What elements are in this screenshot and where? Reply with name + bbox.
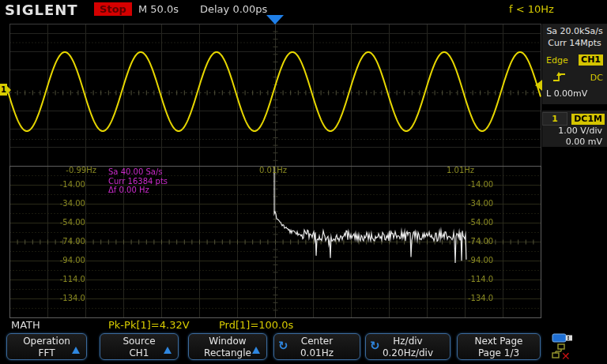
svg-text:✕: ✕: [561, 350, 571, 362]
up-arrow-icon: [164, 347, 172, 354]
knob-icon: ↻: [278, 340, 288, 352]
fft-freq-label-left: -0.99Hz: [49, 166, 96, 174]
menu-button-window[interactable]: Window Rectangle: [188, 333, 267, 360]
brand-logo: SIGLENT: [5, 2, 78, 18]
up-arrow-icon: [72, 347, 80, 354]
fft-db-label: -34.00: [468, 199, 511, 208]
menu-button-title: Source: [100, 336, 178, 347]
delay-readout[interactable]: Delay 0.00ps: [200, 3, 267, 15]
trigger-info-box[interactable]: Edge CH1 DC L 0.00mV: [542, 51, 607, 104]
fft-freq-label-center: 0.01Hz: [259, 166, 287, 174]
fft-sample-rate: Sa 40.00 Sa/s: [108, 167, 168, 177]
fft-db-label: -74.00: [468, 237, 511, 246]
oscilloscope-screen: SIGLENT Stop M 50.0s Delay 0.00ps f < 10…: [0, 0, 607, 364]
menu-button-title: Operation: [7, 336, 86, 347]
lan-disconnected-icon: ✕: [552, 343, 574, 364]
knob-icon: ↻: [370, 340, 380, 352]
menu-button-operation[interactable]: Operation FFT: [6, 333, 87, 360]
sample-rate-readout: Sa 20.0kSa/s: [542, 25, 607, 37]
rising-edge-icon: [552, 70, 567, 84]
fft-db-label: -94.00: [46, 256, 85, 265]
channel1-level-marker[interactable]: 1: [0, 84, 7, 96]
fft-db-label: -114.0: [468, 275, 511, 283]
fft-db-label: -14.00: [46, 180, 85, 189]
menu-button-value: Page 1/3: [458, 347, 540, 359]
measurement-period: Prd[1]=100.0s: [219, 319, 293, 331]
trigger-level-readout: L 0.00mV: [542, 85, 607, 99]
trigger-coupling-label: DC: [590, 73, 603, 83]
fft-db-label: -54.00: [468, 218, 511, 227]
menu-button-source[interactable]: Source CH1: [100, 333, 179, 360]
fft-info-block: Sa 40.00 Sa/s Curr 16384 pts Δf 0.00 Hz: [108, 167, 168, 195]
menu-button-center[interactable]: ↻ Center 0.01Hz: [273, 333, 360, 360]
fft-db-label: -94.00: [468, 256, 511, 265]
menu-button-next-page[interactable]: Next Page Page 1/3: [457, 333, 541, 360]
math-mode-label: MATH: [11, 319, 40, 331]
fft-db-label: -74.00: [46, 237, 85, 246]
scope-display-canvas: [0, 0, 607, 364]
fft-db-label: -134.0: [468, 294, 511, 302]
frequency-counter: f < 10Hz: [509, 3, 554, 15]
fft-delta-f: Δf 0.00 Hz: [108, 186, 168, 195]
run-state-badge[interactable]: Stop: [94, 2, 132, 16]
menu-button-title: Next Page: [458, 336, 540, 347]
channel1-number: 1: [542, 112, 567, 126]
channel1-offset-readout: 0.00 mV: [542, 137, 607, 148]
fft-db-label: -54.00: [46, 218, 85, 227]
fft-db-label: -114.0: [46, 275, 85, 283]
trigger-source-badge: CH1: [579, 54, 603, 66]
channel1-coupling-badge: DC1M: [571, 114, 605, 125]
up-arrow-icon: [252, 347, 260, 354]
memory-depth-readout: Curr 14Mpts: [542, 37, 607, 49]
menu-button-title: Window: [189, 336, 266, 347]
fft-points: Curr 16384 pts: [108, 177, 168, 186]
fft-db-label: -14.00: [468, 180, 511, 189]
acquisition-info-box: Sa 20.0kSa/s Curr 14Mpts: [542, 24, 607, 51]
channel1-scale-readout: 1.00 V/div: [542, 126, 607, 137]
fft-freq-label-right: 1.01Hz: [447, 166, 474, 174]
trigger-mode-label: Edge: [546, 55, 568, 66]
channel1-info-box[interactable]: 1 DC1M 1.00 V/div 0.00 mV: [542, 111, 607, 147]
fft-db-label: -34.00: [46, 199, 85, 208]
fft-db-label: -134.0: [46, 294, 85, 302]
measurement-pkpk: Pk-Pk[1]=4.32V: [108, 319, 190, 331]
menu-button-hzdiv[interactable]: ↻ Hz/div 0.20Hz/div: [365, 333, 451, 360]
timebase-readout[interactable]: M 50.0s: [138, 3, 179, 15]
trigger-position-marker[interactable]: [266, 15, 284, 24]
